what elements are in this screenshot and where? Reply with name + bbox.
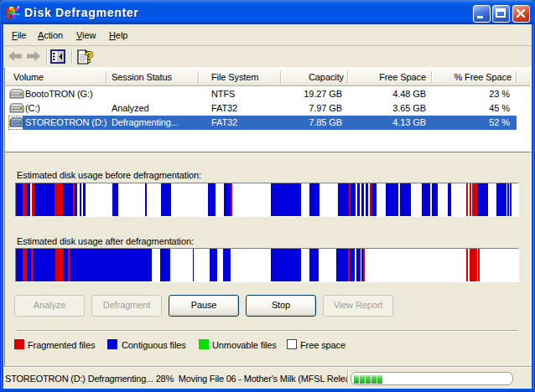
svg-text:?: ? — [85, 49, 93, 65]
